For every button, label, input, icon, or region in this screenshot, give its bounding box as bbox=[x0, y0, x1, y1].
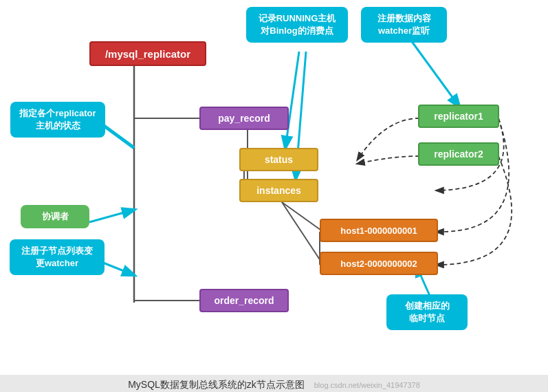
svg-line-6 bbox=[282, 202, 323, 232]
mysql-replicator-node: /mysql_replicator bbox=[89, 41, 206, 66]
host1-node: host1-0000000001 bbox=[320, 219, 438, 242]
caption-area: MySQL数据复制总线系统的zk节点示意图 blog.csdn.net/weix… bbox=[0, 375, 548, 392]
callout-binlog: 记录RUNNING主机 对Binlog的消费点 bbox=[246, 7, 348, 43]
instances-node: instances bbox=[239, 179, 318, 202]
host2-node: host2-0000000002 bbox=[320, 252, 438, 275]
pay-record-node: pay_record bbox=[199, 107, 289, 130]
replicator1-node: replicator1 bbox=[418, 105, 499, 128]
callout-child-watcher: 注册子节点列表变 更watcher bbox=[10, 239, 105, 275]
status-node: status bbox=[239, 148, 318, 171]
svg-line-7 bbox=[282, 202, 323, 265]
callout-temp-node: 创建相应的 临时节点 bbox=[386, 294, 468, 330]
replicator2-node: replicator2 bbox=[418, 142, 499, 166]
caption-source: blog.csdn.net/weixin_41947378 bbox=[314, 381, 420, 389]
callout-replicator-status: 指定各个replicator 主机的状态 bbox=[10, 102, 105, 138]
callout-coordinator: 协调者 bbox=[21, 205, 89, 228]
caption-main: MySQL数据复制总线系统的zk节点示意图 bbox=[128, 379, 305, 390]
callout-watcher: 注册数据内容 watcher监听 bbox=[361, 7, 447, 43]
order-record-node: order_record bbox=[199, 289, 289, 312]
